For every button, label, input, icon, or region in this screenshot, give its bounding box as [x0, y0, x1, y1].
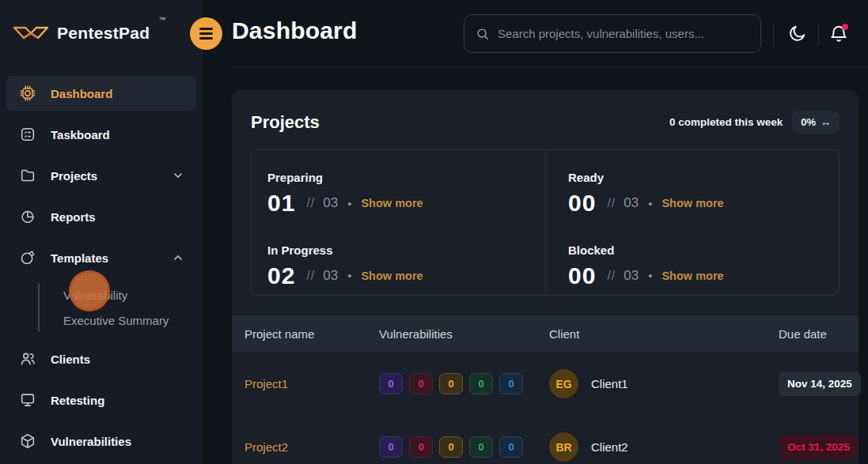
theme-toggle-button[interactable]: [781, 18, 813, 50]
page-title: Dashboard: [232, 17, 358, 44]
sidebar-item-taskboard[interactable]: Taskboard: [6, 117, 196, 152]
project-status-summary: Preparing 01 // 03 • Show more Ready 00: [251, 149, 840, 296]
vulnerability-badges: 0 0 0 0 0: [379, 436, 549, 458]
brand-logo[interactable]: PentestPad ™: [0, 0, 203, 66]
stat-blocked: Blocked 00 // 03 • Show more: [545, 223, 839, 296]
sidebar-item-vulnerabilities[interactable]: Vulnerabilities: [6, 424, 196, 458]
sidebar-item-clients[interactable]: Clients: [6, 341, 196, 376]
taskboard-icon: [19, 126, 36, 143]
stat-in-progress: In Progress 02 // 03 • Show more: [252, 223, 545, 296]
sidebar-nav: Dashboard Taskboard Projects: [0, 66, 203, 458]
projects-card-title: Projects: [251, 112, 320, 133]
sidebar-item-label: Templates: [51, 251, 108, 265]
sidebar-item-projects[interactable]: Projects: [6, 158, 196, 193]
projects-card-summary: 0 completed this week 0% ↔: [669, 111, 840, 134]
stat-separator-dot: •: [648, 269, 652, 282]
stat-slash: //: [306, 196, 315, 210]
client-avatar: BR: [549, 432, 578, 462]
main-area: Dashboard: [203, 0, 868, 464]
stat-total: 03: [323, 195, 338, 211]
stat-separator-dot: •: [347, 269, 351, 282]
project-link[interactable]: Project2: [244, 440, 379, 454]
severity-badge-critical: 0: [379, 436, 403, 458]
table-row: Project1 0 0 0 0 0 EG Client1: [232, 353, 859, 416]
severity-badge-low: 0: [469, 373, 493, 394]
template-pen-icon: [19, 249, 36, 266]
app-root: PentestPad ™ Dashboard Taskboard: [0, 0, 868, 464]
show-more-link[interactable]: Show more: [361, 270, 423, 282]
sidebar-subitem-vulnerability[interactable]: Vulnerability: [63, 283, 196, 308]
column-client: Client: [549, 327, 779, 341]
search-input[interactable]: [498, 27, 749, 40]
stat-total: 03: [624, 268, 639, 284]
sidebar-subitem-executive-summary[interactable]: Executive Summary: [63, 308, 196, 334]
sidebar-item-reports[interactable]: Reports: [6, 199, 196, 234]
client-cell: EG Client1: [549, 369, 779, 398]
cpu-icon: [19, 85, 36, 102]
notifications-button[interactable]: [823, 18, 855, 50]
stat-label: Blocked: [568, 243, 823, 257]
client-name: Client1: [591, 377, 628, 390]
stat-value: 01: [267, 190, 295, 217]
show-more-link[interactable]: Show more: [661, 270, 723, 282]
topbar-divider: [818, 23, 819, 45]
sidebar-item-label: Projects: [51, 169, 97, 183]
stat-label: Preparing: [267, 171, 529, 184]
stat-label: Ready: [568, 171, 823, 184]
brand-name: PentestPad: [57, 24, 150, 43]
projects-card: Projects 0 completed this week 0% ↔ Prep…: [232, 89, 859, 464]
severity-badge-medium: 0: [439, 373, 463, 394]
topbar: Dashboard: [203, 0, 868, 67]
projects-table: Project name Vulnerabilities Client Due …: [232, 315, 859, 464]
client-cell: BR Client2: [549, 432, 779, 462]
show-more-link[interactable]: Show more: [361, 197, 423, 209]
project-link[interactable]: Project1: [244, 377, 379, 390]
search-icon: [476, 27, 490, 41]
stat-separator-dot: •: [648, 197, 652, 210]
chevron-down-icon: [172, 170, 184, 181]
due-date-cell: Oct 31, 2025: [779, 435, 859, 459]
severity-badge-info: 0: [499, 373, 523, 394]
sidebar-item-label: Reports: [51, 210, 96, 224]
due-date-badge: Nov 14, 2025: [779, 372, 861, 396]
sidebar-item-retesting[interactable]: Retesting: [6, 383, 196, 417]
search-box[interactable]: [464, 14, 761, 53]
stat-slash: //: [607, 196, 616, 210]
stat-ready: Ready 00 // 03 • Show more: [545, 150, 839, 223]
stat-preparing: Preparing 01 // 03 • Show more: [252, 150, 545, 223]
sidebar-item-dashboard[interactable]: Dashboard: [6, 76, 196, 111]
content: Projects 0 completed this week 0% ↔ Prep…: [203, 67, 868, 464]
stat-slash: //: [306, 269, 315, 283]
stat-total: 03: [624, 195, 639, 211]
chevron-up-icon: [172, 252, 184, 263]
completed-this-week-text: 0 completed this week: [669, 116, 783, 128]
sidebar-item-label: Vulnerabilities: [51, 435, 131, 448]
folder-icon: [19, 167, 36, 184]
vulnerability-badges: 0 0 0 0 0: [379, 373, 549, 394]
sidebar-item-templates[interactable]: Templates: [6, 240, 196, 275]
column-due-date: Due date: [779, 327, 846, 341]
severity-badge-medium: 0: [439, 436, 463, 458]
logo-wings-icon: [13, 22, 49, 44]
table-row: Project2 0 0 0 0 0 BR Client2: [232, 416, 859, 464]
templates-submenu: Vulnerability Executive Summary: [6, 281, 196, 341]
severity-badge-info: 0: [499, 436, 523, 458]
notification-dot: [842, 24, 848, 30]
severity-badge-high: 0: [409, 373, 433, 394]
menu-button[interactable]: [190, 17, 222, 50]
show-more-link[interactable]: Show more: [661, 197, 723, 209]
stat-total: 03: [323, 268, 338, 284]
due-date-badge-overdue: Oct 31, 2025: [779, 435, 859, 459]
sidebar-item-label: Retesting: [51, 394, 104, 407]
hamburger-icon: [199, 28, 213, 29]
projects-card-header: Projects 0 completed this week 0% ↔: [232, 89, 859, 149]
stat-label: In Progress: [267, 243, 529, 257]
stat-value: 02: [267, 262, 295, 289]
sidebar-item-label: Taskboard: [51, 128, 110, 141]
severity-badge-critical: 0: [379, 373, 403, 394]
column-vulnerabilities: Vulnerabilities: [379, 327, 549, 341]
stat-value: 00: [568, 190, 596, 217]
sidebar-item-label: Clients: [51, 353, 90, 366]
stat-separator-dot: •: [347, 197, 351, 210]
monitor-icon: [19, 391, 36, 409]
